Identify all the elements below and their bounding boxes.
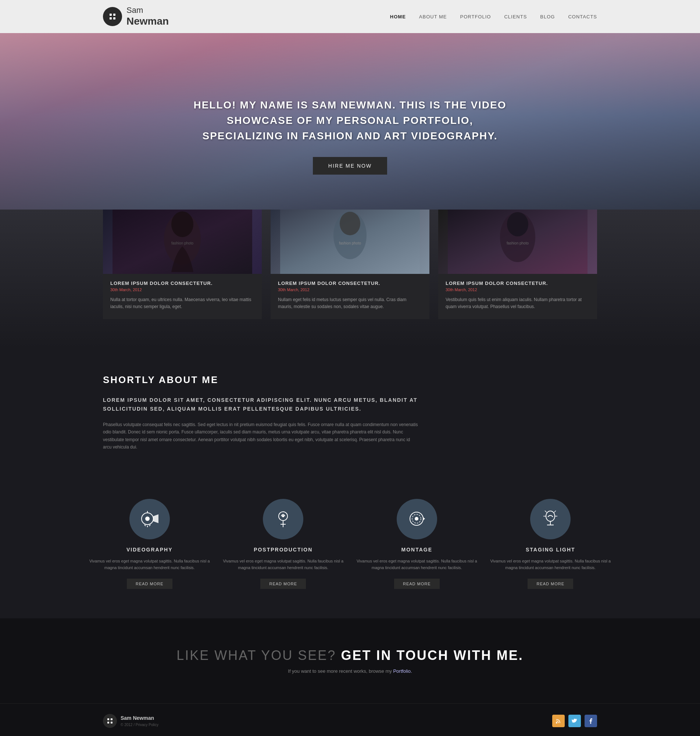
footer-copyright: © 2012 / Privacy Policy <box>121 723 159 727</box>
hero-section: HELLO! MY NAME IS SAM NEWMAN. THIS IS TH… <box>0 33 700 239</box>
cta-title: LIKE WHAT YOU SEE? GET IN TOUCH WITH ME. <box>103 648 597 663</box>
services-section: VIDEOGRAPHY Vivamus vel eros eget magna … <box>0 480 700 618</box>
cta-sub-text: If you want to see more recent works, br… <box>288 668 392 674</box>
svg-rect-41 <box>111 722 113 723</box>
card-image-1: fashion photo <box>103 210 262 274</box>
svg-marker-22 <box>153 514 159 523</box>
logo-svg <box>109 13 116 21</box>
nav-about[interactable]: ABOUT ME <box>419 14 447 19</box>
service-title-postproduction: POSTPRODUCTION <box>222 546 345 552</box>
main-nav: HOME ABOUT ME PORTFOLIO CLIENTS BLOG CON… <box>390 14 597 19</box>
cta-title-light: LIKE WHAT YOU SEE? <box>176 648 336 663</box>
service-postproduction: POSTPRODUCTION Vivamus vel eros eget mag… <box>222 499 345 589</box>
logo-firstname: Sam <box>126 6 169 15</box>
svg-line-36 <box>545 511 547 513</box>
social-rss-button[interactable] <box>552 715 565 727</box>
svg-point-6 <box>171 212 193 237</box>
cta-portfolio-link[interactable]: Portfolio. <box>393 668 412 674</box>
site-header: Sam Newman HOME ABOUT ME PORTFOLIO CLIEN… <box>0 0 700 33</box>
service-title-videography: VIDEOGRAPHY <box>88 546 211 552</box>
nav-home[interactable]: HOME <box>390 14 406 19</box>
footer-logo-text: Sam Newman © 2012 / Privacy Policy <box>121 715 159 727</box>
card-body-1: LOREM IPSUM DOLOR CONSECTETUR. 30th Marc… <box>103 274 262 319</box>
twitter-icon <box>572 718 578 724</box>
cta-title-bold: GET IN TOUCH WITH ME. <box>341 648 523 663</box>
svg-point-26 <box>282 515 284 517</box>
card-date-2: 30th March, 2012 <box>278 288 422 292</box>
social-facebook-button[interactable] <box>585 715 597 727</box>
card-image-2: fashion photo <box>271 210 429 274</box>
postproduction-icon <box>273 509 293 529</box>
svg-rect-0 <box>110 13 112 16</box>
staging-light-icon-wrap <box>530 499 571 539</box>
svg-point-31 <box>546 511 555 521</box>
svg-text:fashion photo: fashion photo <box>171 241 193 245</box>
svg-point-14 <box>507 212 528 237</box>
footer-social <box>552 715 597 727</box>
montage-icon <box>407 509 427 529</box>
card-title-3: LOREM IPSUM DOLOR CONSECTETUR. <box>446 281 590 286</box>
svg-rect-1 <box>113 13 115 16</box>
logo-icon <box>103 7 122 26</box>
montage-icon-wrap <box>397 499 437 539</box>
card-2: fashion photo LOREM IPSUM DOLOR CONSECTE… <box>271 210 429 319</box>
card-date-3: 30th March, 2012 <box>446 288 590 292</box>
svg-point-28 <box>415 517 418 520</box>
social-twitter-button[interactable] <box>568 715 581 727</box>
card-body-3: LOREM IPSUM DOLOR CONSECTETUR. 30th Marc… <box>438 274 597 319</box>
svg-point-42 <box>556 722 557 723</box>
hero-content: HELLO! MY NAME IS SAM NEWMAN. THIS IS TH… <box>185 97 515 175</box>
svg-rect-38 <box>107 718 109 720</box>
card-body-2: LOREM IPSUM DOLOR CONSECTETUR. 30th Marc… <box>271 274 429 319</box>
svg-point-10 <box>340 212 360 235</box>
site-footer: Sam Newman © 2012 / Privacy Policy <box>0 703 700 736</box>
service-btn-staging[interactable]: READ MORE <box>528 579 573 589</box>
svg-marker-30 <box>423 517 425 520</box>
svg-point-17 <box>145 517 150 521</box>
postproduction-icon-wrap <box>263 499 303 539</box>
nav-contacts[interactable]: CONTACTS <box>568 14 597 19</box>
card-1: fashion photo LOREM IPSUM DOLOR CONSECTE… <box>103 210 262 319</box>
service-btn-videography[interactable]: READ MORE <box>127 579 172 589</box>
nav-portfolio[interactable]: PORTFOLIO <box>460 14 491 19</box>
about-section: SHORTLY ABOUT ME LOREM IPSUM DOLOR SIT A… <box>0 348 700 480</box>
svg-text:fashion photo: fashion photo <box>507 241 529 245</box>
videography-icon <box>139 509 160 529</box>
service-montage: MONTAGE Vivamus vel eros eget magna volu… <box>356 499 478 589</box>
cta-section: LIKE WHAT YOU SEE? GET IN TOUCH WITH ME.… <box>0 618 700 703</box>
videography-icon-wrap <box>129 499 170 539</box>
nav-clients[interactable]: CLIENTS <box>504 14 527 19</box>
footer-logo-svg <box>107 718 113 724</box>
logo-text: Sam Newman <box>126 6 169 28</box>
rss-icon <box>556 718 562 724</box>
about-subtext: LOREM IPSUM DOLOR SIT AMET, CONSECTETUR … <box>103 396 434 414</box>
card-text-2: Nullam eget felis id metus luctus semper… <box>278 296 422 310</box>
cta-subtitle: If you want to see more recent works, br… <box>103 668 597 674</box>
service-text-videography: Vivamus vel eros eget magna volutpat sag… <box>88 558 211 571</box>
svg-rect-3 <box>113 17 115 19</box>
card-date-1: 30th March, 2012 <box>110 288 254 292</box>
service-btn-postproduction[interactable]: READ MORE <box>260 579 306 589</box>
footer-logo-icon <box>103 714 117 728</box>
service-btn-montage[interactable]: READ MORE <box>394 579 440 589</box>
svg-rect-2 <box>110 17 112 19</box>
facebook-icon <box>588 718 594 724</box>
service-text-montage: Vivamus vel eros eget magna volutpat sag… <box>356 558 478 571</box>
staging-light-icon <box>540 509 561 529</box>
hire-me-button[interactable]: HIRE ME NOW <box>313 157 387 175</box>
svg-text:fashion photo: fashion photo <box>339 241 361 245</box>
cards-section: fashion photo LOREM IPSUM DOLOR CONSECTE… <box>0 210 700 348</box>
svg-rect-39 <box>111 718 113 720</box>
nav-blog[interactable]: BLOG <box>540 14 555 19</box>
svg-line-20 <box>144 524 146 526</box>
service-staging-light: STAGING LIGHT Vivamus vel eros eget magn… <box>489 499 612 589</box>
cards-grid: fashion photo LOREM IPSUM DOLOR CONSECTE… <box>103 210 597 319</box>
card-title-1: LOREM IPSUM DOLOR CONSECTETUR. <box>110 281 254 286</box>
svg-line-37 <box>554 511 556 513</box>
logo: Sam Newman <box>103 6 169 28</box>
logo-lastname: Newman <box>126 15 169 28</box>
service-videography: VIDEOGRAPHY Vivamus vel eros eget magna … <box>88 499 211 589</box>
about-heading: SHORTLY ABOUT ME <box>103 374 597 386</box>
hero-title: HELLO! MY NAME IS SAM NEWMAN. THIS IS TH… <box>185 97 515 144</box>
svg-rect-40 <box>107 722 109 723</box>
